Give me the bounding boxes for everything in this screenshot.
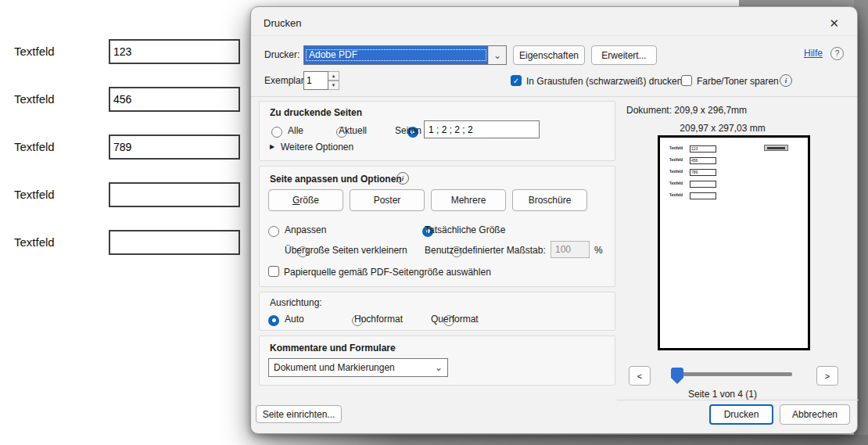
radio-current-page-label: Aktuell (339, 125, 367, 136)
radio-actual-size-label: Tatsächliche Größe (425, 224, 505, 235)
grayscale-checkbox[interactable]: ✓ (511, 75, 522, 86)
preview-panel: Dokument: 209,9 x 296,7mm 209,97 x 297,0… (617, 96, 859, 400)
advanced-button[interactable]: Erweitert... (591, 45, 657, 65)
chevron-down-icon[interactable]: ⌄ (488, 46, 506, 64)
radio-custom-scale-label: Benutzerdefinierter Maßstab: (425, 245, 546, 256)
size-button-rest: röße (299, 195, 319, 206)
size-button-accel: G (292, 195, 299, 206)
radio-orientation-auto-label: Auto (285, 314, 304, 325)
close-icon[interactable]: ✕ (825, 15, 843, 32)
form-text-field-1[interactable] (109, 39, 240, 64)
properties-button[interactable]: Eigenschaften (513, 45, 585, 65)
radio-all-pages-label: Alle (288, 125, 303, 136)
preview-form-button (764, 145, 788, 151)
page-setup-button[interactable]: Seite einrichten... (256, 405, 342, 423)
page-range-input[interactable] (424, 120, 540, 138)
radio-shrink-oversized-label: Übergroße Seiten verkleinern (285, 245, 407, 256)
help-link[interactable]: Hilfe (804, 48, 823, 59)
preview-field-label: Textfeld (669, 146, 683, 150)
radio-fit[interactable] (268, 226, 279, 237)
radio-orientation-portrait-label: Hochformat (354, 314, 403, 325)
section-title: Kommentare und Formulare (270, 343, 396, 353)
poster-button[interactable]: Poster (350, 189, 425, 211)
preview-field-box (690, 192, 716, 199)
page-count-label: Seite 1 von 4 (1) (617, 389, 828, 400)
section-title: Zu druckende Seiten (270, 107, 362, 118)
form-text-field-3[interactable] (109, 135, 240, 160)
multiple-button[interactable]: Mehrere (431, 189, 506, 211)
copies-input[interactable] (303, 71, 328, 90)
radio-page-range-label: Seiten (395, 125, 421, 136)
next-page-button[interactable]: > (816, 366, 838, 386)
radio-fit-label: Anpassen (285, 224, 326, 235)
print-dialog: Drucken ✕ Drucker: Adobe PDF ⌄ Eigenscha… (250, 6, 858, 434)
preview-field-box (690, 181, 716, 188)
dialog-title: Drucken (264, 17, 301, 29)
info-icon[interactable]: i (396, 172, 409, 185)
form-field-label: Textfeld (14, 140, 55, 153)
form-text-field-5[interactable] (109, 230, 240, 255)
document-size-label: Dokument: 209,9 x 296,7mm (626, 105, 747, 116)
paper-source-checkbox[interactable] (268, 266, 279, 277)
comments-forms-selected-value: Dokument und Markierungen (269, 362, 430, 373)
form-field-label: Textfeld (14, 235, 55, 249)
comments-forms-select[interactable]: Dokument und Markierungen ⌄ (268, 358, 448, 377)
toner-save-checkbox[interactable] (681, 75, 692, 86)
preview-field-label: Textfeld (669, 193, 683, 197)
help-icon[interactable]: ? (830, 47, 844, 60)
comments-forms-section: Kommentare und Formulare Dokument und Ma… (259, 336, 615, 386)
custom-scale-input (551, 241, 590, 258)
radio-orientation-auto[interactable] (268, 315, 279, 326)
size-button[interactable]: Größe (268, 189, 343, 211)
printer-label: Drucker: (264, 45, 299, 65)
form-text-field-4[interactable] (109, 182, 240, 207)
grayscale-checkbox-label: In Graustufen (schwarzweiß) drucken (526, 76, 682, 87)
form-field-label: Textfeld (14, 45, 55, 58)
spin-up-icon[interactable]: ▲ (328, 71, 339, 81)
preview-field-box: 456 (690, 157, 716, 164)
preview-field-box: 123 (690, 145, 716, 153)
cancel-button[interactable]: Abbrechen (780, 404, 850, 425)
print-preview-page: Textfeld 123 Textfeld 456 Textfeld 789 T… (658, 135, 810, 350)
expander-triangle-icon[interactable]: ▶ (270, 143, 274, 150)
form-field-label: Textfeld (14, 92, 55, 106)
print-button[interactable]: Drucken (709, 404, 773, 425)
radio-all-pages[interactable] (271, 127, 282, 138)
booklet-button[interactable]: Broschüre (512, 189, 587, 211)
preview-field-label: Textfeld (669, 181, 683, 185)
form-field-label: Textfeld (14, 188, 55, 201)
toner-save-checkbox-label: Farbe/Toner sparen (697, 76, 779, 87)
more-options-link[interactable]: Weitere Optionen (281, 142, 353, 153)
preview-field-label: Textfeld (669, 158, 683, 162)
copies-stepper: ▲ ▼ (303, 71, 339, 90)
page-slider-track[interactable] (673, 372, 792, 376)
previous-page-button[interactable]: < (629, 366, 651, 386)
chevron-down-icon: ⌄ (430, 362, 447, 373)
percent-label: % (594, 245, 603, 256)
info-icon[interactable]: i (780, 74, 792, 87)
orientation-label: Ausrichtung: (270, 297, 322, 308)
pages-to-print-section: Zu druckende Seiten Alle Aktuell Seiten … (259, 101, 615, 161)
preview-field-label: Textfeld (669, 170, 683, 174)
form-text-field-2[interactable] (109, 87, 240, 112)
orientation-section: Ausrichtung: Auto Hochformat Querformat (259, 292, 615, 331)
page-slider-thumb[interactable] (671, 368, 683, 384)
workspace-background (0, 435, 868, 445)
spin-down-icon[interactable]: ▼ (328, 81, 339, 90)
header-divider (251, 35, 857, 36)
section-title: Seite anpassen und Optionen (270, 174, 402, 185)
printer-select[interactable]: Adobe PDF ⌄ (303, 45, 507, 65)
radio-orientation-landscape-label: Querformat (431, 314, 479, 325)
preview-field-box: 789 (690, 169, 716, 176)
paper-source-checkbox-label: Papierquelle gemäß PDF-Seitengröße auswä… (284, 267, 491, 278)
printer-selected-value: Adobe PDF (304, 48, 488, 63)
page-sizing-section: Seite anpassen und Optionen i Größe Post… (259, 166, 615, 287)
paper-size-label: 209,97 x 297,03 mm (617, 123, 828, 134)
